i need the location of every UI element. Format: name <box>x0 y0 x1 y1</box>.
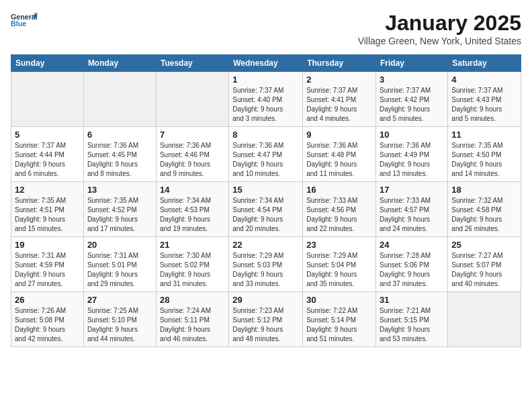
day-info: Sunrise: 7:37 AMSunset: 4:41 PMDaylight:… <box>306 86 372 124</box>
calendar-cell: 21Sunrise: 7:30 AMSunset: 5:02 PMDayligh… <box>156 237 228 292</box>
calendar-cell: 3Sunrise: 7:37 AMSunset: 4:42 PMDaylight… <box>376 72 448 127</box>
day-info: Sunrise: 7:21 AMSunset: 5:15 PMDaylight:… <box>380 306 444 344</box>
weekday-header-monday: Monday <box>83 55 156 72</box>
weekday-header-sunday: Sunday <box>11 55 84 72</box>
day-info: Sunrise: 7:35 AMSunset: 4:52 PMDaylight:… <box>87 196 152 234</box>
calendar-cell: 18Sunrise: 7:32 AMSunset: 4:58 PMDayligh… <box>448 182 521 237</box>
day-info: Sunrise: 7:34 AMSunset: 4:54 PMDaylight:… <box>232 196 299 234</box>
day-number: 13 <box>87 185 152 195</box>
day-info: Sunrise: 7:28 AMSunset: 5:06 PMDaylight:… <box>380 251 444 289</box>
day-info: Sunrise: 7:31 AMSunset: 5:01 PMDaylight:… <box>87 251 152 289</box>
calendar-cell: 28Sunrise: 7:24 AMSunset: 5:11 PMDayligh… <box>156 292 228 347</box>
calendar-table: SundayMondayTuesdayWednesdayThursdayFrid… <box>11 54 521 347</box>
day-number: 19 <box>15 240 80 250</box>
calendar-cell: 23Sunrise: 7:29 AMSunset: 5:04 PMDayligh… <box>303 237 376 292</box>
calendar-week-row: 1Sunrise: 7:37 AMSunset: 4:40 PMDaylight… <box>11 72 521 127</box>
day-info: Sunrise: 7:37 AMSunset: 4:42 PMDaylight:… <box>380 86 444 124</box>
calendar-cell: 5Sunrise: 7:37 AMSunset: 4:44 PMDaylight… <box>11 127 84 182</box>
calendar-cell: 27Sunrise: 7:25 AMSunset: 5:10 PMDayligh… <box>83 292 156 347</box>
day-number: 2 <box>306 75 372 85</box>
day-number: 3 <box>380 75 444 85</box>
calendar-cell <box>448 292 521 347</box>
day-number: 15 <box>232 185 299 195</box>
day-info: Sunrise: 7:37 AMSunset: 4:40 PMDaylight:… <box>232 86 299 124</box>
day-number: 31 <box>380 295 444 305</box>
day-info: Sunrise: 7:36 AMSunset: 4:45 PMDaylight:… <box>87 141 152 179</box>
calendar-cell: 16Sunrise: 7:33 AMSunset: 4:56 PMDayligh… <box>303 182 376 237</box>
day-info: Sunrise: 7:32 AMSunset: 4:58 PMDaylight:… <box>451 196 517 234</box>
day-number: 20 <box>87 240 152 250</box>
day-number: 12 <box>15 185 80 195</box>
day-number: 18 <box>451 185 517 195</box>
day-number: 5 <box>15 130 80 140</box>
day-number: 24 <box>380 240 444 250</box>
calendar-week-row: 5Sunrise: 7:37 AMSunset: 4:44 PMDaylight… <box>11 127 521 182</box>
calendar-cell: 29Sunrise: 7:23 AMSunset: 5:12 PMDayligh… <box>229 292 303 347</box>
day-info: Sunrise: 7:23 AMSunset: 5:12 PMDaylight:… <box>232 306 299 344</box>
weekday-header-saturday: Saturday <box>448 55 521 72</box>
calendar-week-row: 26Sunrise: 7:26 AMSunset: 5:08 PMDayligh… <box>11 292 521 347</box>
day-info: Sunrise: 7:22 AMSunset: 5:14 PMDaylight:… <box>306 306 372 344</box>
day-info: Sunrise: 7:30 AMSunset: 5:02 PMDaylight:… <box>160 251 225 289</box>
day-info: Sunrise: 7:26 AMSunset: 5:08 PMDaylight:… <box>15 306 80 344</box>
day-number: 7 <box>160 130 225 140</box>
logo: General Blue <box>11 11 38 30</box>
day-info: Sunrise: 7:36 AMSunset: 4:46 PMDaylight:… <box>160 141 225 179</box>
day-number: 26 <box>15 295 80 305</box>
day-number: 27 <box>87 295 152 305</box>
day-info: Sunrise: 7:37 AMSunset: 4:43 PMDaylight:… <box>451 86 517 124</box>
day-number: 14 <box>160 185 225 195</box>
day-info: Sunrise: 7:27 AMSunset: 5:07 PMDaylight:… <box>451 251 517 289</box>
day-number: 1 <box>232 75 299 85</box>
day-info: Sunrise: 7:29 AMSunset: 5:03 PMDaylight:… <box>232 251 299 289</box>
calendar-cell: 31Sunrise: 7:21 AMSunset: 5:15 PMDayligh… <box>376 292 448 347</box>
day-number: 11 <box>451 130 517 140</box>
weekday-header-friday: Friday <box>376 55 448 72</box>
day-number: 29 <box>232 295 299 305</box>
day-info: Sunrise: 7:36 AMSunset: 4:47 PMDaylight:… <box>232 141 299 179</box>
calendar-cell: 1Sunrise: 7:37 AMSunset: 4:40 PMDaylight… <box>229 72 303 127</box>
day-info: Sunrise: 7:33 AMSunset: 4:56 PMDaylight:… <box>306 196 372 234</box>
day-info: Sunrise: 7:24 AMSunset: 5:11 PMDaylight:… <box>160 306 225 344</box>
day-number: 30 <box>306 295 372 305</box>
calendar-cell: 12Sunrise: 7:35 AMSunset: 4:51 PMDayligh… <box>11 182 84 237</box>
day-number: 21 <box>160 240 225 250</box>
svg-text:Blue: Blue <box>11 19 26 28</box>
day-info: Sunrise: 7:29 AMSunset: 5:04 PMDaylight:… <box>306 251 372 289</box>
calendar-cell: 15Sunrise: 7:34 AMSunset: 4:54 PMDayligh… <box>229 182 303 237</box>
calendar-cell: 4Sunrise: 7:37 AMSunset: 4:43 PMDaylight… <box>448 72 521 127</box>
calendar-cell: 22Sunrise: 7:29 AMSunset: 5:03 PMDayligh… <box>229 237 303 292</box>
day-number: 22 <box>232 240 299 250</box>
page-header: General Blue January 2025 Village Green,… <box>11 11 521 46</box>
day-info: Sunrise: 7:36 AMSunset: 4:49 PMDaylight:… <box>380 141 444 179</box>
day-number: 17 <box>380 185 444 195</box>
calendar-cell: 20Sunrise: 7:31 AMSunset: 5:01 PMDayligh… <box>83 237 156 292</box>
location-title: Village Green, New York, United States <box>358 36 521 46</box>
day-info: Sunrise: 7:35 AMSunset: 4:50 PMDaylight:… <box>451 141 517 179</box>
day-info: Sunrise: 7:35 AMSunset: 4:51 PMDaylight:… <box>15 196 80 234</box>
calendar-cell: 25Sunrise: 7:27 AMSunset: 5:07 PMDayligh… <box>448 237 521 292</box>
day-number: 25 <box>451 240 517 250</box>
day-info: Sunrise: 7:37 AMSunset: 4:44 PMDaylight:… <box>15 141 80 179</box>
day-number: 10 <box>380 130 444 140</box>
calendar-cell: 13Sunrise: 7:35 AMSunset: 4:52 PMDayligh… <box>83 182 156 237</box>
day-number: 23 <box>306 240 372 250</box>
day-info: Sunrise: 7:36 AMSunset: 4:48 PMDaylight:… <box>306 141 372 179</box>
calendar-cell: 26Sunrise: 7:26 AMSunset: 5:08 PMDayligh… <box>11 292 84 347</box>
calendar-cell: 6Sunrise: 7:36 AMSunset: 4:45 PMDaylight… <box>83 127 156 182</box>
title-block: January 2025 Village Green, New York, Un… <box>358 11 521 46</box>
calendar-week-row: 19Sunrise: 7:31 AMSunset: 4:59 PMDayligh… <box>11 237 521 292</box>
calendar-cell <box>156 72 228 127</box>
day-number: 4 <box>451 75 517 85</box>
weekday-header-thursday: Thursday <box>303 55 376 72</box>
calendar-cell: 30Sunrise: 7:22 AMSunset: 5:14 PMDayligh… <box>303 292 376 347</box>
calendar-cell: 9Sunrise: 7:36 AMSunset: 4:48 PMDaylight… <box>303 127 376 182</box>
day-number: 16 <box>306 185 372 195</box>
day-info: Sunrise: 7:25 AMSunset: 5:10 PMDaylight:… <box>87 306 152 344</box>
weekday-header-row: SundayMondayTuesdayWednesdayThursdayFrid… <box>11 55 521 72</box>
calendar-cell: 8Sunrise: 7:36 AMSunset: 4:47 PMDaylight… <box>229 127 303 182</box>
day-number: 8 <box>232 130 299 140</box>
day-number: 28 <box>160 295 225 305</box>
calendar-cell <box>11 72 84 127</box>
calendar-cell: 2Sunrise: 7:37 AMSunset: 4:41 PMDaylight… <box>303 72 376 127</box>
